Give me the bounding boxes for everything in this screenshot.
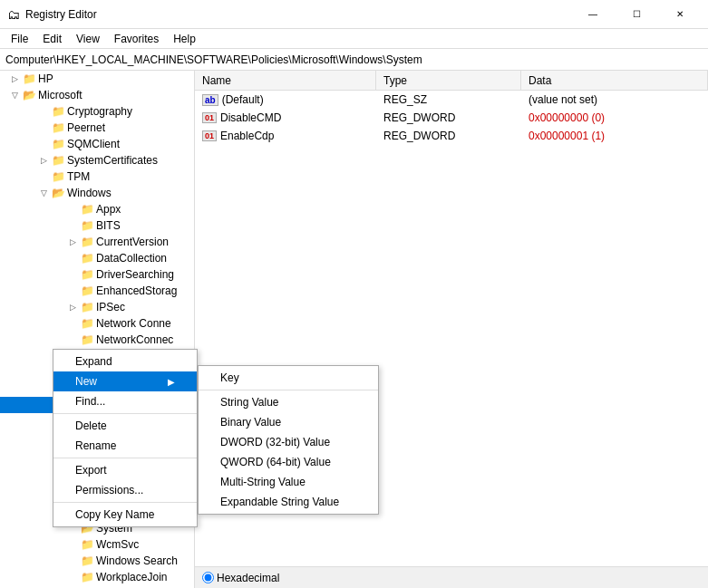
col-header-data[interactable]: Data: [521, 71, 708, 90]
ctx-item-permissions[interactable]: Permissions...: [53, 480, 197, 500]
ctx-item-find[interactable]: Find...: [53, 391, 197, 411]
tree-item-networkconn[interactable]: 📁 Network Conne: [0, 315, 194, 332]
folder-icon-workplacejoin: 📁: [80, 570, 94, 584]
expand-icon-currentversion: ▷: [65, 237, 80, 246]
sub-item-multi-string-value[interactable]: Multi-String Value: [199, 472, 378, 492]
sub-item-binary-value[interactable]: Binary Value: [199, 412, 378, 432]
tree-item-tpm[interactable]: 📁 TPM: [0, 169, 194, 185]
folder-icon-enhancedstorage: 📁: [80, 284, 94, 298]
ctx-separator-3: [53, 502, 197, 503]
ctx-item-export[interactable]: Export: [53, 460, 197, 480]
tree-label-currentversion: CurrentVersion: [96, 236, 169, 248]
sub-item-key[interactable]: Key: [199, 368, 378, 388]
sub-item-string-value[interactable]: String Value: [199, 392, 378, 412]
cell-name-enablecdp: 01 EnableCdp: [195, 130, 376, 142]
tree-label-wcmsvc: WcmSvc: [96, 538, 139, 551]
column-headers: Name Type Data: [195, 71, 708, 91]
menu-view[interactable]: View: [69, 29, 107, 49]
tree-item-microsoft[interactable]: ▽ 📂 Microsoft: [0, 87, 194, 103]
tree-item-sqmclient[interactable]: 📁 SQMClient: [0, 136, 194, 152]
ctx-separator-2: [53, 458, 197, 458]
tree-item-driversearching[interactable]: 📁 DriverSearching: [0, 266, 194, 283]
col-header-type[interactable]: Type: [376, 71, 521, 90]
tree-item-ipsec[interactable]: ▷ 📁 IPSec: [0, 299, 194, 315]
folder-icon-tpm: 📁: [51, 169, 65, 184]
folder-icon-bits: 📁: [80, 218, 94, 233]
menu-favorites[interactable]: Favorites: [107, 29, 166, 49]
ctx-item-rename[interactable]: Rename: [53, 436, 197, 456]
ctx-item-delete[interactable]: Delete: [53, 416, 197, 436]
radio-group: Hexadecimal: [202, 572, 279, 584]
menu-edit[interactable]: Edit: [35, 29, 69, 49]
tree-item-cryptography[interactable]: 📁 Cryptography: [0, 103, 194, 120]
tree-label-driversearching: DriverSearching: [96, 268, 174, 281]
cell-type-default: REG_SZ: [376, 93, 521, 106]
tree-label-workplacejoin: WorkplaceJoin: [96, 571, 167, 583]
table-row[interactable]: ab (Default) REG_SZ (value not set): [195, 91, 708, 109]
tree-item-currentversion[interactable]: ▷ 📁 CurrentVersion: [0, 234, 194, 250]
tree-item-appx[interactable]: 📁 Appx: [0, 201, 194, 217]
tree-item-enhancedstorage[interactable]: 📁 EnhancedStorag: [0, 283, 194, 299]
folder-icon-windowssearch: 📁: [80, 554, 94, 568]
tree-label-enhancedstorage: EnhancedStorag: [96, 284, 177, 297]
folder-icon-appx: 📁: [80, 202, 94, 217]
tree-label-windowssearch: Windows Search: [96, 554, 178, 567]
table-row[interactable]: 01 DisableCMD REG_DWORD 0x00000000 (0): [195, 109, 708, 127]
expand-icon-windows: ▽: [36, 188, 51, 198]
maximize-button[interactable]: ☐: [616, 0, 657, 29]
ctx-item-new[interactable]: New ▶: [53, 371, 197, 391]
tree-item-wcmsvc[interactable]: 📁 WcmSvc: [0, 536, 194, 553]
expand-icon-systemcertificates: ▷: [36, 156, 51, 165]
sub-item-expandable-string-value[interactable]: Expandable String Value: [199, 492, 378, 512]
ctx-item-expand[interactable]: Expand: [53, 352, 197, 371]
table-row[interactable]: 01 EnableCdp REG_DWORD 0x00000001 (1): [195, 127, 708, 145]
app-title: Registry Editor: [25, 8, 97, 21]
tree-item-windowssearch[interactable]: 📁 Windows Search: [0, 553, 194, 569]
folder-icon-sqmclient: 📁: [51, 137, 65, 151]
tree-label-windows: Windows: [67, 187, 112, 199]
address-bar: Computer\HKEY_LOCAL_MACHINE\SOFTWARE\Pol…: [0, 49, 708, 71]
folder-icon-cryptography: 📁: [51, 104, 65, 119]
tree-item-workplacejoin[interactable]: 📁 WorkplaceJoin: [0, 569, 194, 585]
cell-name-default: ab (Default): [195, 93, 376, 106]
expand-icon-ipsec: ▷: [65, 303, 80, 312]
cell-name-disablecmd: 01 DisableCMD: [195, 111, 376, 124]
cell-type-enablecdp: REG_DWORD: [376, 130, 521, 142]
tree-label-hp: HP: [38, 72, 53, 85]
tree-label-ipsec: IPSec: [96, 301, 125, 313]
folder-icon-windows: 📂: [51, 186, 65, 200]
sub-separator-1: [199, 390, 378, 390]
tree-label-systemcertificates: SystemCertificates: [67, 154, 158, 167]
tree-label-peernet: Peernet: [67, 121, 105, 134]
tree-label-networkconn: Network Conne: [96, 317, 171, 330]
tree-item-peernet[interactable]: 📁 Peernet: [0, 120, 194, 136]
sub-item-dword-value[interactable]: DWORD (32-bit) Value: [199, 432, 378, 452]
tree-item-systemcertificates[interactable]: ▷ 📁 SystemCertificates: [0, 152, 194, 169]
tree-label-bits: BITS: [96, 219, 121, 232]
menu-file[interactable]: File: [4, 29, 35, 49]
ctx-item-copy-key-name[interactable]: Copy Key Name: [53, 505, 197, 525]
minimize-button[interactable]: —: [572, 0, 614, 29]
submenu-arrow-icon: ▶: [168, 377, 175, 387]
tree-item-bits[interactable]: 📁 BITS: [0, 217, 194, 234]
folder-icon-peernet: 📁: [51, 120, 65, 135]
tree-item-networkconnect[interactable]: 📁 NetworkConnec: [0, 332, 194, 348]
folder-icon-currentversion: 📁: [80, 235, 94, 249]
tree-item-windows[interactable]: ▽ 📂 Windows: [0, 185, 194, 201]
window-controls: — ☐ ✕: [572, 0, 701, 29]
tree-item-hp[interactable]: ▷ 📁 HP: [0, 71, 194, 87]
tree-item-datacollection[interactable]: 📁 DataCollection: [0, 250, 194, 266]
cell-data-enablecdp: 0x00000001 (1): [521, 130, 708, 142]
radio-hex-input[interactable]: [202, 572, 214, 583]
ctx-separator-1: [53, 413, 197, 414]
menu-bar: File Edit View Favorites Help: [0, 29, 708, 49]
submenu: Key String Value Binary Value DWORD (32-…: [198, 365, 379, 515]
sub-item-qword-value[interactable]: QWORD (64-bit) Value: [199, 452, 378, 472]
tree-label-appx: Appx: [96, 203, 121, 216]
radio-hexadecimal[interactable]: Hexadecimal: [202, 572, 279, 584]
folder-icon-hp: 📁: [22, 72, 36, 86]
col-header-name[interactable]: Name: [195, 71, 376, 90]
folder-icon-systemcertificates: 📁: [51, 153, 65, 168]
menu-help[interactable]: Help: [166, 29, 203, 49]
close-button[interactable]: ✕: [659, 0, 701, 29]
